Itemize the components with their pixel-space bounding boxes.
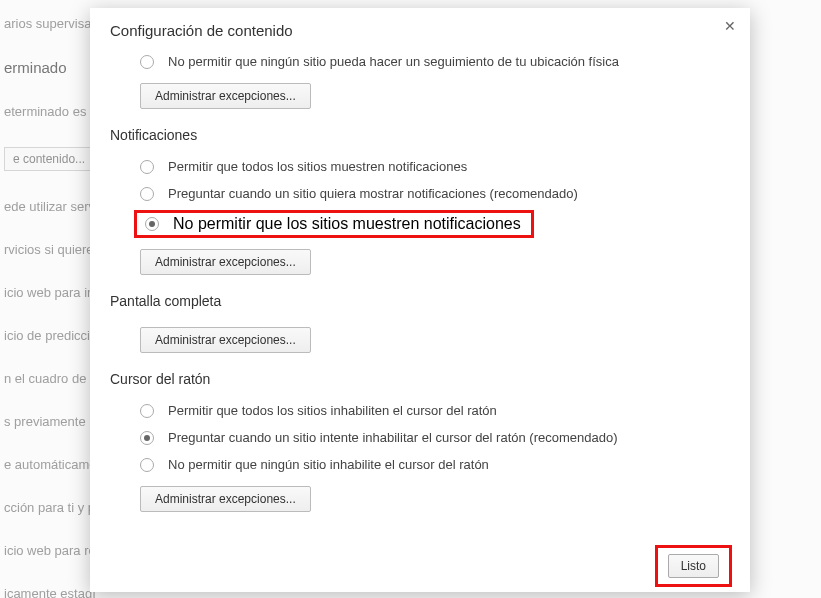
section-title: Notificaciones [110,127,730,143]
done-button[interactable]: Listo [668,554,719,578]
notifications-option-allow[interactable]: Permitir que todos los sitios muestren n… [110,153,730,180]
manage-exceptions-button[interactable]: Administrar excepciones... [140,486,311,512]
cursor-option-block[interactable]: No permitir que ningún sitio inhabilite … [110,451,730,478]
manage-exceptions-button[interactable]: Administrar excepciones... [140,327,311,353]
cursor-option-allow[interactable]: Permitir que todos los sitios inhabilite… [110,397,730,424]
notifications-option-ask[interactable]: Preguntar cuando un sitio quiera mostrar… [110,180,730,207]
radio-label: No permitir que ningún sitio inhabilite … [168,457,489,472]
radio-label: Preguntar cuando un sitio intente inhabi… [168,430,617,445]
radio-icon[interactable] [145,217,159,231]
radio-icon[interactable] [140,160,154,174]
dialog-header: Configuración de contenido ✕ [90,8,750,47]
location-option-block[interactable]: No permitir que ningún sitio pueda hacer… [110,48,730,75]
dialog-footer: Listo [90,540,750,592]
section-cursor: Cursor del ratón Permitir que todos los … [110,371,730,512]
manage-exceptions-button[interactable]: Administrar excepciones... [140,249,311,275]
radio-label: Permitir que todos los sitios muestren n… [168,159,467,174]
radio-label: No permitir que los sitios muestren noti… [173,215,527,233]
radio-label: Preguntar cuando un sitio quiera mostrar… [168,186,578,201]
radio-icon[interactable] [140,431,154,445]
radio-icon[interactable] [140,187,154,201]
dialog-title: Configuración de contenido [110,22,730,39]
cursor-option-ask[interactable]: Preguntar cuando un sitio intente inhabi… [110,424,730,451]
content-settings-dialog: Configuración de contenido ✕ No permitir… [90,8,750,592]
radio-icon[interactable] [140,458,154,472]
section-notifications: Notificaciones Permitir que todos los si… [110,127,730,275]
manage-exceptions-button[interactable]: Administrar excepciones... [140,83,311,109]
close-icon[interactable]: ✕ [722,18,738,34]
radio-icon[interactable] [140,55,154,69]
scroll-spacer [110,512,730,540]
highlighted-done: Listo [655,545,732,587]
radio-icon[interactable] [140,404,154,418]
section-fullscreen: Pantalla completa Administrar excepcione… [110,293,730,353]
radio-label: No permitir que ningún sitio pueda hacer… [168,54,619,69]
radio-label: Permitir que todos los sitios inhabilite… [168,403,497,418]
section-title: Cursor del ratón [110,371,730,387]
dialog-scroll-area[interactable]: No permitir que ningún sitio pueda hacer… [90,48,750,540]
section-title: Pantalla completa [110,293,730,309]
highlighted-option: No permitir que los sitios muestren noti… [134,210,534,238]
